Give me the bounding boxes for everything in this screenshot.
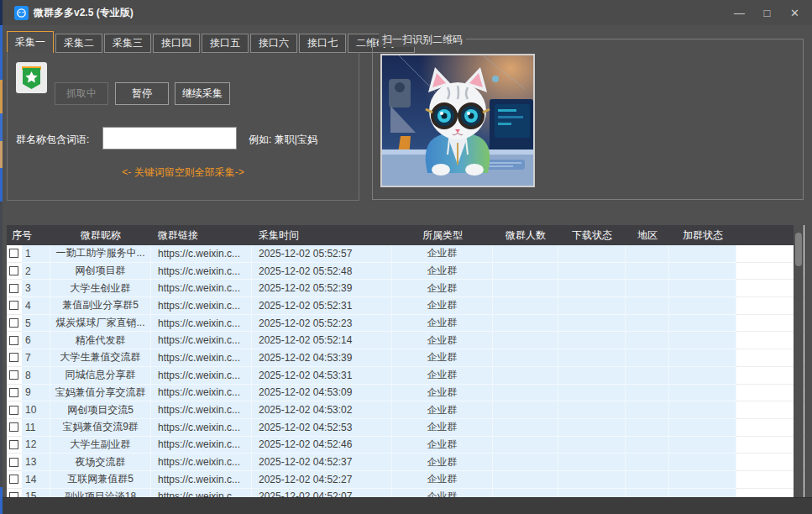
cell-time: 2025-12-02 04:52:53 [252,419,392,437]
app-window: 微群多多v2.5 (专业版) — □ ✕ 采集一采集二采集三接口四接口五接口六接… [0,0,812,514]
tab-1[interactable]: 采集一 [7,31,54,53]
pause-button[interactable]: 暂停 [115,82,169,105]
keyword-input[interactable] [102,127,237,149]
cell-type: 企业群 [392,280,493,297]
cell-region [626,489,669,497]
column-header[interactable]: 下载状态 [558,225,626,245]
table-row[interactable]: 14互联网兼值群5https://c.weixin.c...2025-12-02… [7,471,804,489]
column-header[interactable]: 采集时间 [252,225,392,245]
cell-members [493,454,558,471]
row-number: 15 [22,489,50,497]
cell-time: 2025-12-02 05:52:23 [252,315,392,333]
column-header[interactable]: 微群人数 [493,225,558,245]
column-header[interactable]: 微群昵称 [50,225,151,245]
close-button[interactable]: ✕ [781,0,809,25]
qr-scan-groupbox: 扫一扫识别二维码 [372,39,804,200]
tab-5[interactable]: 接口五 [202,34,249,53]
cell-download [558,454,626,471]
row-checkbox[interactable] [9,475,18,484]
cell-download [558,349,626,367]
table-row[interactable]: 15副业项目洽谈18https://c.weixin.c...2025-12-0… [7,489,804,497]
table-row[interactable]: 4兼值副业分享群5https://c.weixin.c...2025-12-02… [7,297,804,315]
column-header[interactable]: 地区 [626,225,669,245]
table-row[interactable]: 9宝妈兼值分享交流群https://c.weixin.c...2025-12-0… [7,385,804,402]
row-checkbox[interactable] [9,266,18,275]
cell-type: 企业群 [392,332,493,349]
tab-2[interactable]: 采集二 [55,34,102,53]
cell-region [626,349,669,367]
cell-time: 2025-12-02 05:52:14 [252,332,392,349]
column-header[interactable]: 加群状态 [669,225,736,245]
row-checkbox[interactable] [9,318,18,328]
cell-type: 企业群 [392,385,493,402]
row-checkbox[interactable] [9,284,18,293]
cell-link: https://c.weixin.c... [151,280,252,297]
cell-join_status [669,454,736,471]
row-checkbox[interactable] [9,370,18,380]
titlebar[interactable]: 微群多多v2.5 (专业版) — □ ✕ [0,0,812,25]
cell-region [626,401,669,419]
cell-link: https://c.weixin.c... [151,245,252,263]
table-row[interactable]: 13夜场交流群https://c.weixin.c...2025-12-02 0… [7,454,804,471]
cell-name: 大学生兼值交流群 [50,349,151,367]
cell-download [558,263,626,281]
cell-members [493,297,558,315]
cell-join_status [669,263,736,281]
column-header[interactable]: 序号 [7,225,50,245]
row-checkbox[interactable] [9,422,18,432]
cell-join_status [669,280,736,297]
column-header[interactable]: 微群链接 [151,225,252,245]
cell-name: 大学生创业群 [50,280,151,297]
table-body: 1一勤工助学服务中...https://c.weixin.c...2025-12… [7,245,804,497]
vertical-scrollbar[interactable] [794,225,804,497]
table-row[interactable]: 1一勤工助学服务中...https://c.weixin.c...2025-12… [7,245,804,263]
cell-link: https://c.weixin.c... [151,349,252,367]
cell-download [558,332,626,349]
tab-6[interactable]: 接口六 [250,34,297,53]
table-row[interactable]: 8同城信息分享群https://c.weixin.c...2025-12-02 … [7,367,804,385]
app-icon [14,6,29,20]
continue-collect-button[interactable]: 继续采集 [175,82,230,105]
cell-type: 企业群 [392,349,493,367]
scrollbar-thumb[interactable] [795,233,802,266]
row-checkbox[interactable] [9,458,18,467]
row-checkbox[interactable] [9,388,18,397]
cell-name: 宝妈兼值分享交流群 [50,385,151,402]
table-row[interactable]: 12大学生副业群https://c.weixin.c...2025-12-02 … [7,437,804,454]
tab-3[interactable]: 采集三 [104,34,151,53]
cell-join_status [669,297,736,315]
row-checkbox[interactable] [9,249,18,258]
cell-download [558,245,626,263]
table-row[interactable]: 6精准代发群https://c.weixin.c...2025-12-02 05… [7,332,804,349]
cell-type: 企业群 [392,245,493,263]
maximize-button[interactable]: □ [753,0,781,25]
table-row[interactable]: 11宝妈兼值交流9群https://c.weixin.c...2025-12-0… [7,419,804,437]
tab-7[interactable]: 接口七 [299,34,346,53]
row-checkbox[interactable] [9,301,18,310]
row-checkbox[interactable] [9,440,18,449]
cell-link: https://c.weixin.c... [151,437,252,454]
table-row[interactable]: 3大学生创业群https://c.weixin.c...2025-12-02 0… [7,280,804,297]
minimize-button[interactable]: — [726,0,753,25]
row-checkbox[interactable] [9,336,18,345]
table-row[interactable]: 10网创项目交流5https://c.weixin.c...2025-12-02… [7,401,804,419]
cell-link: https://c.weixin.c... [151,367,252,385]
cell-download [558,471,626,489]
row-number: 6 [22,332,50,349]
cell-time: 2025-12-02 04:53:02 [252,401,392,419]
cell-link: https://c.weixin.c... [151,263,252,281]
cell-type: 企业群 [392,263,493,281]
tab-4[interactable]: 接口四 [153,34,200,53]
cell-region [626,385,669,402]
cell-name: 宝妈兼值交流9群 [50,419,151,437]
cell-name: 煤炭煤球厂家直销... [50,315,151,333]
table-row[interactable]: 2网创项目群https://c.weixin.c...2025-12-02 05… [7,263,804,281]
table-row[interactable]: 7大学生兼值交流群https://c.weixin.c...2025-12-02… [7,349,804,367]
row-checkbox[interactable] [9,353,18,362]
table-row[interactable]: 5煤炭煤球厂家直销...https://c.weixin.c...2025-12… [7,315,804,333]
cell-members [493,332,558,349]
cell-members [493,471,558,489]
cell-link: https://c.weixin.c... [151,297,252,315]
row-checkbox[interactable] [9,406,18,415]
column-header[interactable]: 所属类型 [392,225,493,245]
